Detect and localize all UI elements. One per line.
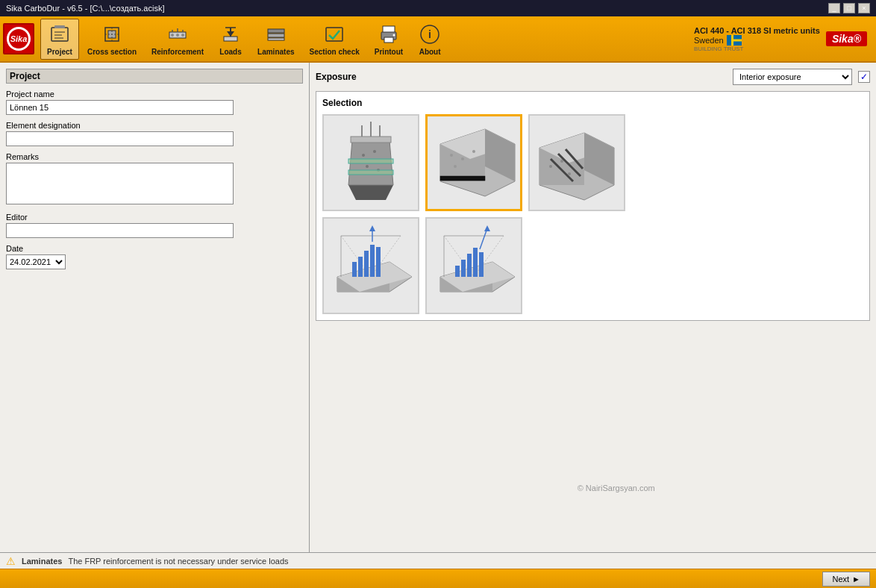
toolbar-about[interactable]: i About bbox=[411, 19, 448, 60]
svg-rect-73 bbox=[461, 260, 466, 277]
svg-point-33 bbox=[373, 150, 376, 153]
svg-point-54 bbox=[568, 172, 571, 175]
exposure-check[interactable]: ✓ bbox=[858, 71, 870, 83]
svg-text:Sika: Sika bbox=[10, 34, 28, 43]
status-bar: ⚠ Laminates The FRP reinforcement is not… bbox=[0, 552, 876, 569]
svg-point-13 bbox=[176, 34, 179, 37]
maximize-button[interactable]: □ bbox=[843, 3, 855, 13]
date-select[interactable]: 24.02.2021 bbox=[6, 254, 66, 269]
toolbar-cross-section[interactable]: Cross section bbox=[81, 19, 143, 60]
svg-rect-63 bbox=[370, 245, 375, 277]
svg-line-77 bbox=[480, 228, 487, 249]
selection-panel: Selection bbox=[316, 91, 870, 321]
svg-point-52 bbox=[549, 165, 552, 168]
svg-text:i: i bbox=[428, 28, 431, 40]
sweden-flag bbox=[727, 35, 742, 46]
project-section-title: Project bbox=[6, 69, 303, 84]
svg-rect-28 bbox=[384, 37, 393, 43]
about-label: About bbox=[419, 48, 441, 56]
loads-icon bbox=[219, 22, 243, 46]
svg-point-44 bbox=[450, 154, 453, 157]
svg-point-12 bbox=[171, 34, 174, 37]
toolbar-reinforcement[interactable]: Reinforcement bbox=[145, 19, 210, 60]
main-area: Project Project name Element designation… bbox=[0, 63, 876, 552]
next-arrow-icon: ► bbox=[852, 575, 860, 584]
building-trust-label: BUILDING TRUST bbox=[694, 46, 820, 52]
svg-rect-23 bbox=[268, 34, 284, 37]
section-type-beam-chart2[interactable] bbox=[425, 217, 522, 314]
toolbar-loads[interactable]: Loads bbox=[212, 19, 249, 60]
bottom-bar: Next ► bbox=[0, 569, 876, 588]
svg-rect-62 bbox=[364, 251, 369, 277]
close-button[interactable]: × bbox=[858, 3, 870, 13]
svg-rect-2 bbox=[51, 28, 68, 41]
svg-rect-22 bbox=[268, 29, 284, 33]
element-designation-label: Element designation bbox=[6, 121, 303, 130]
minimize-button[interactable]: _ bbox=[828, 3, 840, 13]
sika-logo: Sika bbox=[3, 23, 34, 54]
svg-point-34 bbox=[366, 165, 369, 168]
svg-rect-24 bbox=[268, 38, 284, 40]
project-name-label: Project name bbox=[6, 90, 303, 98]
cross-section-icon bbox=[100, 22, 124, 46]
svg-rect-41 bbox=[348, 170, 393, 175]
reinforcement-label: Reinforcement bbox=[151, 48, 204, 56]
copyright-text: © NairiSargsyan.com bbox=[578, 484, 655, 492]
right-panel: Exposure Interior exposure Exterior expo… bbox=[310, 63, 876, 552]
svg-rect-60 bbox=[352, 262, 357, 277]
project-name-input[interactable] bbox=[6, 100, 234, 115]
date-label: Date bbox=[6, 244, 303, 253]
svg-rect-3 bbox=[54, 25, 65, 28]
remarks-label: Remarks bbox=[6, 152, 303, 161]
section-type-wall[interactable] bbox=[425, 114, 522, 211]
section-type-column[interactable] bbox=[322, 114, 419, 211]
svg-rect-40 bbox=[348, 159, 393, 163]
editor-input[interactable] bbox=[6, 223, 234, 238]
printout-label: Printout bbox=[375, 48, 403, 56]
section-type-beam-end[interactable] bbox=[528, 114, 625, 211]
project-label: Project bbox=[47, 48, 72, 56]
editor-label: Editor bbox=[6, 213, 303, 222]
svg-marker-66 bbox=[369, 225, 375, 231]
window-controls[interactable]: _ □ × bbox=[828, 3, 870, 13]
selection-title: Selection bbox=[322, 98, 863, 108]
svg-rect-74 bbox=[467, 254, 472, 277]
element-designation-input[interactable] bbox=[6, 131, 234, 146]
toolbar-laminates[interactable]: Laminates bbox=[251, 19, 301, 60]
laminates-icon bbox=[264, 22, 288, 46]
warning-icon: ⚠ bbox=[6, 555, 16, 567]
project-icon bbox=[48, 22, 72, 46]
section-check-label: Section check bbox=[310, 48, 360, 56]
svg-point-29 bbox=[392, 34, 395, 36]
svg-rect-39 bbox=[351, 137, 391, 143]
left-panel: Project Project name Element designation… bbox=[0, 63, 310, 552]
next-label: Next bbox=[832, 575, 849, 584]
remarks-input[interactable] bbox=[6, 163, 234, 204]
laminates-label: Laminates bbox=[257, 48, 294, 56]
svg-rect-18 bbox=[224, 37, 237, 41]
status-message: The FRP reinforcement is not necessary u… bbox=[68, 557, 288, 566]
cross-section-label: Cross section bbox=[87, 48, 137, 56]
svg-rect-25 bbox=[326, 28, 342, 41]
toolbar-printout[interactable]: Printout bbox=[368, 19, 410, 60]
svg-rect-61 bbox=[358, 257, 363, 277]
next-button[interactable]: Next ► bbox=[822, 572, 870, 587]
loads-label: Loads bbox=[219, 48, 241, 56]
svg-point-47 bbox=[454, 165, 457, 168]
exposure-dropdown[interactable]: Interior exposure Exterior exposure Aggr… bbox=[733, 69, 852, 85]
status-label: Laminates bbox=[22, 557, 62, 566]
title-bar: Sika CarboDur - v6.5 - [C:\...\создать.a… bbox=[0, 0, 876, 16]
svg-point-45 bbox=[461, 157, 464, 160]
country-label: Sweden bbox=[694, 35, 820, 46]
sika-logo-inner: Sika bbox=[7, 27, 31, 51]
sika-brand-logo: Sika® bbox=[826, 31, 867, 46]
svg-point-14 bbox=[181, 34, 184, 37]
exposure-header: Exposure Interior exposure Exterior expo… bbox=[316, 69, 870, 85]
reinforcement-icon bbox=[166, 22, 190, 46]
section-type-beam-chart1[interactable] bbox=[322, 217, 419, 314]
toolbar-section-check[interactable]: Section check bbox=[303, 19, 366, 60]
window-title: Sika CarboDur - v6.5 - [C:\...\создать.a… bbox=[6, 4, 164, 13]
svg-point-32 bbox=[362, 154, 365, 157]
toolbar-project[interactable]: Project bbox=[40, 19, 79, 60]
svg-rect-72 bbox=[455, 266, 460, 277]
